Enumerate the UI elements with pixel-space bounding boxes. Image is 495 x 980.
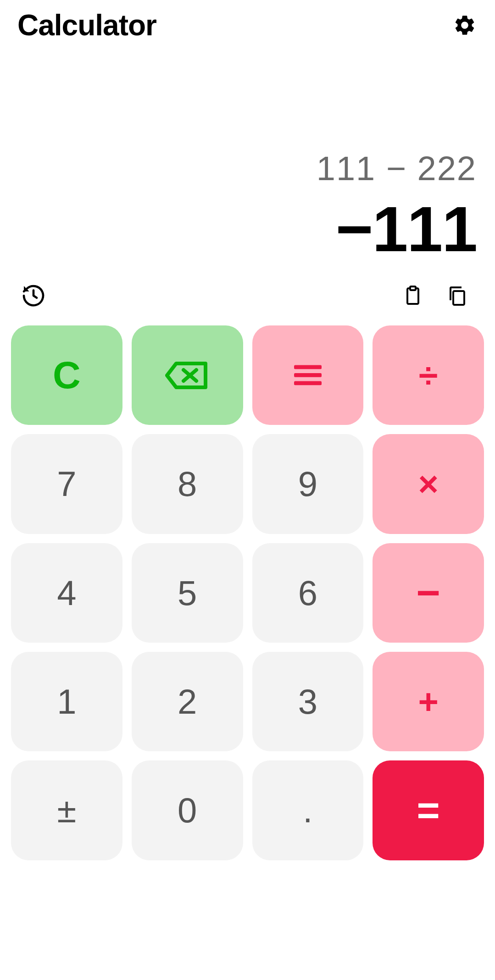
- copy-button[interactable]: [444, 283, 470, 308]
- gear-icon: [453, 13, 477, 37]
- digit-1-button[interactable]: 1: [11, 652, 122, 751]
- menu-button[interactable]: [252, 325, 364, 425]
- plus-label: +: [418, 682, 438, 721]
- app-title: Calculator: [17, 8, 156, 42]
- digit-9-button[interactable]: 9: [252, 434, 364, 534]
- plusminus-button[interactable]: ±: [11, 760, 122, 860]
- minus-button[interactable]: −: [373, 543, 484, 643]
- digit-5-button[interactable]: 5: [132, 543, 243, 643]
- digit-8-button[interactable]: 8: [132, 434, 243, 534]
- toolbar: [0, 270, 495, 325]
- settings-button[interactable]: [452, 12, 478, 38]
- copy-icon: [446, 285, 468, 307]
- menu-icon: [294, 364, 322, 386]
- decimal-button[interactable]: .: [252, 760, 364, 860]
- display-area: 111 − 222 −111: [0, 46, 495, 270]
- history-icon: [21, 283, 46, 308]
- digit-4-button[interactable]: 4: [11, 543, 122, 643]
- digit-1-label: 1: [57, 682, 76, 721]
- svg-rect-2: [453, 291, 464, 305]
- digit-7-button[interactable]: 7: [11, 434, 122, 534]
- equals-label: =: [417, 787, 440, 833]
- divide-label: ÷: [419, 355, 438, 395]
- minus-label: −: [416, 569, 440, 617]
- digit-3-button[interactable]: 3: [252, 652, 364, 751]
- digit-7-label: 7: [57, 464, 76, 504]
- paste-button[interactable]: [400, 283, 426, 308]
- svg-rect-5: [294, 365, 322, 369]
- digit-0-button[interactable]: 0: [132, 760, 243, 860]
- backspace-button[interactable]: [132, 325, 243, 425]
- toolbar-left: [21, 283, 46, 308]
- svg-rect-1: [410, 286, 416, 290]
- expression-text: 111 − 222: [18, 149, 477, 188]
- decimal-label: .: [303, 790, 312, 830]
- digit-6-button[interactable]: 6: [252, 543, 364, 643]
- digit-4-label: 4: [57, 573, 76, 613]
- backspace-icon: [165, 359, 209, 391]
- clipboard-icon: [402, 285, 424, 307]
- keypad: C ÷ 7 8 9 × 4 5 6 −: [0, 325, 495, 980]
- svg-rect-7: [294, 381, 322, 385]
- digit-3-label: 3: [298, 682, 317, 721]
- toolbar-right: [400, 283, 470, 308]
- plus-button[interactable]: +: [373, 652, 484, 751]
- svg-rect-6: [294, 373, 322, 377]
- plusminus-label: ±: [57, 790, 77, 830]
- result-text: −111: [18, 197, 477, 261]
- digit-0-label: 0: [178, 790, 197, 830]
- digit-6-label: 6: [298, 573, 317, 613]
- multiply-label: ×: [418, 464, 438, 504]
- clear-label: C: [53, 353, 81, 397]
- digit-2-label: 2: [178, 682, 197, 721]
- divide-button[interactable]: ÷: [373, 325, 484, 425]
- equals-button[interactable]: =: [373, 760, 484, 860]
- clear-button[interactable]: C: [11, 325, 122, 425]
- header: Calculator: [0, 0, 495, 46]
- history-button[interactable]: [21, 283, 46, 308]
- digit-5-label: 5: [178, 573, 197, 613]
- digit-2-button[interactable]: 2: [132, 652, 243, 751]
- digit-8-label: 8: [178, 464, 197, 504]
- multiply-button[interactable]: ×: [373, 434, 484, 534]
- digit-9-label: 9: [298, 464, 317, 504]
